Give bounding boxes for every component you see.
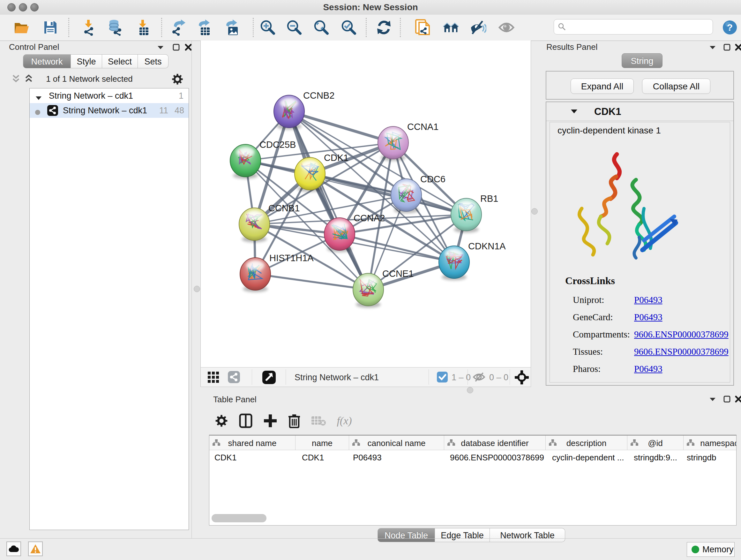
network-name: String Network – cdk1 <box>63 106 147 116</box>
toolbar-separator <box>400 18 401 37</box>
column-header-canonical-name[interactable]: canonical name <box>349 435 444 450</box>
tab-sets[interactable]: Sets <box>138 54 169 68</box>
table-cell[interactable]: stringdb:9... <box>634 453 682 462</box>
right-splitter-handle[interactable] <box>531 208 538 214</box>
export-network-icon <box>171 19 187 36</box>
horizontal-scrollbar-thumb[interactable] <box>212 514 266 522</box>
table-cell[interactable]: stringdb <box>687 453 737 462</box>
crosslink-link[interactable]: 9606.ENSP00000378699 <box>634 347 729 357</box>
bottom-splitter-handle[interactable] <box>467 387 473 393</box>
import-table-button[interactable] <box>135 19 151 36</box>
table-panel-menu-button[interactable] <box>709 396 716 403</box>
table-panel-close-button[interactable] <box>735 395 741 404</box>
refresh-button[interactable] <box>376 19 392 36</box>
search-field[interactable] <box>554 19 713 35</box>
memory-button[interactable]: Memory <box>687 542 735 557</box>
column-header-shared-name[interactable]: shared name <box>209 435 295 450</box>
column-header-description[interactable]: description <box>546 435 627 450</box>
table-row[interactable]: CDK1CDK1P064939606.ENSP00000378699cyclin… <box>209 450 737 464</box>
control-panel-close-button[interactable] <box>185 44 192 52</box>
zoom-out-icon <box>286 19 302 36</box>
crosslink-link[interactable]: P06493 <box>634 364 663 374</box>
network-collection-row[interactable]: String Network – cdk1 1 <box>30 88 189 103</box>
tab-node-table[interactable]: Node Table <box>378 528 435 542</box>
table-cell[interactable]: P06493 <box>353 453 442 462</box>
zoom-selected-button[interactable] <box>340 19 357 36</box>
network-node-CDC25B[interactable]: CDC25B <box>230 139 296 179</box>
network-options-button[interactable] <box>171 73 184 87</box>
tab-edge-table[interactable]: Edge Table <box>435 528 490 542</box>
network-node-CCNE1[interactable]: CCNE1 <box>353 268 414 308</box>
column-header-database-identifier[interactable]: database identifier <box>444 435 546 450</box>
export-network-button[interactable] <box>171 19 187 36</box>
hidden-eye-icon[interactable] <box>473 372 485 383</box>
show-all-button[interactable] <box>498 19 515 36</box>
column-header-label: description <box>546 438 627 448</box>
open-session-button[interactable] <box>13 19 30 36</box>
first-neighbors-button[interactable] <box>443 19 459 36</box>
network-from-clipboard-button[interactable] <box>414 19 431 36</box>
table-options-button[interactable] <box>214 413 229 428</box>
panel-divider[interactable] <box>192 41 192 538</box>
collapse-all-button[interactable]: Collapse All <box>642 78 711 94</box>
results-panel-menu-button[interactable] <box>709 45 716 51</box>
import-network-button[interactable] <box>80 19 97 36</box>
collapse-entry-icon[interactable] <box>570 109 578 115</box>
houses-icon <box>443 20 459 35</box>
column-header-namespace[interactable]: namespace <box>684 435 737 450</box>
export-table-button[interactable] <box>197 19 213 36</box>
network-canvas[interactable]: CCNB2CCNA1CDC25BCDK1CDC6RB1CCNB1CCNA2CDK… <box>200 41 531 367</box>
function-builder-button[interactable]: f(x) <box>333 413 355 428</box>
tab-string[interactable]: String <box>622 53 663 68</box>
left-splitter-handle[interactable] <box>194 286 200 292</box>
grid-view-button[interactable] <box>208 372 219 384</box>
protein-entry-header[interactable]: CDK1 <box>546 102 733 121</box>
tab-network[interactable]: Network <box>23 54 71 68</box>
network-row[interactable]: String Network – cdk1 11 48 <box>30 103 189 118</box>
save-session-button[interactable] <box>42 19 59 36</box>
table-cell[interactable]: 9606.ENSP00000378699 <box>450 453 544 462</box>
import-network-from-database-button[interactable] <box>107 19 123 36</box>
table-cell[interactable]: cyclin-dependent ... <box>552 453 625 462</box>
zoom-in-icon <box>259 19 276 36</box>
network-badge-icon[interactable] <box>227 371 240 385</box>
zoom-fit-button[interactable] <box>313 19 330 36</box>
network-node-CDKN1A[interactable]: CDKN1A <box>439 241 506 280</box>
results-panel-close-button[interactable] <box>735 44 741 52</box>
help-button[interactable]: ? <box>722 19 738 36</box>
column-header-name[interactable]: name <box>295 435 349 450</box>
zoom-out-button[interactable] <box>286 19 302 36</box>
fit-selected-button[interactable] <box>515 370 529 386</box>
crosslink-link[interactable]: P06493 <box>634 295 663 305</box>
float-window-icon <box>723 395 731 403</box>
crosslink-link[interactable]: P06493 <box>634 312 663 322</box>
selected-count-checkbox[interactable] <box>437 372 448 382</box>
delete-column-button[interactable] <box>286 413 302 428</box>
control-panel-menu-button[interactable] <box>157 45 164 51</box>
table-cell[interactable]: CDK1 <box>302 453 347 462</box>
birds-eye-view-button[interactable] <box>262 370 276 386</box>
table-cell[interactable]: CDK1 <box>214 453 293 462</box>
search-input[interactable] <box>569 22 713 32</box>
delete-table-button[interactable] <box>311 413 326 428</box>
crosslink-link[interactable]: 9606.ENSP00000378699 <box>634 329 729 340</box>
table-panel-float-button[interactable] <box>723 395 731 404</box>
show-columns-button[interactable] <box>238 413 253 428</box>
column-header--id[interactable]: @id <box>627 435 684 450</box>
tree-expand-icon[interactable] <box>36 93 42 103</box>
network-node-RB1[interactable]: RB1 <box>451 193 498 233</box>
tab-network-table[interactable]: Network Table <box>490 528 565 542</box>
control-panel-float-button[interactable] <box>172 44 180 52</box>
add-column-button[interactable] <box>263 413 278 428</box>
cloud-status-button[interactable] <box>6 542 21 556</box>
hide-selected-button[interactable] <box>470 19 486 36</box>
tab-select[interactable]: Select <box>102 54 138 68</box>
tab-style[interactable]: Style <box>71 54 102 68</box>
network-node-HIST1H1A[interactable]: HIST1H1A <box>240 253 314 292</box>
warning-status-button[interactable] <box>28 542 43 556</box>
zoom-in-button[interactable] <box>259 19 276 36</box>
export-image-button[interactable] <box>224 19 241 36</box>
network-node-CCNA1[interactable]: CCNA1 <box>378 122 439 161</box>
expand-all-button[interactable]: Expand All <box>570 78 634 94</box>
results-panel-float-button[interactable] <box>723 44 731 52</box>
